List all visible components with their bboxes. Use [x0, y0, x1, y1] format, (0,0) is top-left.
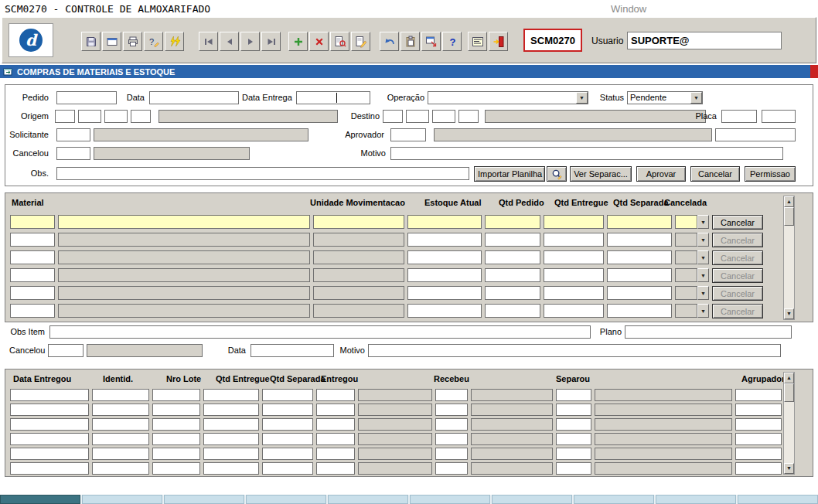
permissao-button[interactable]: Permissao	[745, 166, 796, 182]
help-button[interactable]: ?	[442, 32, 462, 51]
cancelada-select[interactable]: ▼	[675, 233, 709, 247]
estoque-atual-field[interactable]	[407, 233, 482, 247]
qtd-pedido-field[interactable]	[485, 250, 540, 264]
bottom-scrollbar-segment[interactable]	[164, 495, 244, 504]
material-name-field[interactable]	[58, 215, 310, 229]
qtd-entregue-field[interactable]	[203, 462, 259, 475]
importar-lookup-button[interactable]	[547, 166, 567, 182]
cancelada-select[interactable]: ▼	[675, 268, 709, 282]
material-code-field[interactable]	[10, 250, 55, 264]
item-cancel-data-field[interactable]	[251, 344, 334, 357]
row-cancelar-button[interactable]: Cancelar	[712, 304, 763, 318]
bottom-scrollbar-segment[interactable]	[492, 495, 572, 504]
item-cancelou-code-field[interactable]	[48, 344, 84, 357]
qtd-entregue-field[interactable]	[203, 448, 259, 460]
next-record-button[interactable]	[240, 32, 260, 51]
list-values-button[interactable]	[468, 32, 487, 51]
recebeu-code-field[interactable]	[435, 418, 468, 431]
agrupador-field[interactable]	[735, 433, 782, 445]
bottom-scrollbar-segment[interactable]	[328, 495, 408, 504]
bottom-scrollbar-thumb[interactable]	[0, 495, 80, 504]
identid-field[interactable]	[92, 433, 149, 445]
nro-lote-field[interactable]	[152, 433, 200, 445]
qtd-separada-field[interactable]	[262, 404, 313, 416]
separou-code-field[interactable]	[556, 389, 591, 401]
destino-field-2[interactable]	[406, 110, 429, 123]
unidade-movimentacao-field[interactable]	[313, 215, 404, 229]
chevron-down-icon[interactable]: ▼	[697, 286, 709, 300]
exit-button[interactable]	[489, 32, 508, 51]
data-entregou-field[interactable]	[10, 389, 89, 401]
plano-field[interactable]	[625, 325, 792, 339]
qtd-entregue-field[interactable]	[544, 215, 604, 229]
entregou-code-field[interactable]	[316, 433, 355, 445]
cancelar-button[interactable]: Cancelar	[690, 166, 740, 182]
separou-code-field[interactable]	[556, 462, 591, 475]
print-button[interactable]	[123, 32, 142, 51]
material-code-field[interactable]	[10, 215, 55, 229]
data-entregou-field[interactable]	[10, 433, 89, 445]
chevron-down-icon[interactable]: ▼	[697, 250, 709, 264]
qtd-pedido-field[interactable]	[485, 304, 540, 318]
material-code-field[interactable]	[10, 233, 55, 247]
qtd-entregue-field[interactable]	[544, 286, 604, 300]
recebeu-code-field[interactable]	[435, 448, 468, 460]
enter-query-button[interactable]	[330, 32, 349, 51]
separou-code-field[interactable]	[556, 418, 591, 431]
delete-record-button[interactable]	[309, 32, 329, 51]
qtd-separada-field[interactable]	[262, 433, 313, 445]
nro-lote-field[interactable]	[152, 448, 200, 460]
estoque-atual-field[interactable]	[407, 268, 482, 282]
identid-field[interactable]	[92, 462, 149, 475]
delivery-scrollbar[interactable]: ▲ ▼	[783, 372, 795, 475]
insert-record-button[interactable]	[288, 32, 308, 51]
qtd-pedido-field[interactable]	[485, 215, 540, 229]
bottom-scrollbar[interactable]	[0, 495, 818, 504]
qtd-separada-field[interactable]	[607, 286, 672, 300]
qtd-entregue-field[interactable]	[203, 433, 259, 445]
destino-field-4[interactable]	[458, 110, 479, 123]
material-code-field[interactable]	[10, 304, 55, 318]
destino-field-3[interactable]	[432, 110, 455, 123]
recebeu-code-field[interactable]	[435, 404, 468, 416]
separou-code-field[interactable]	[556, 448, 591, 460]
qtd-separada-field[interactable]	[607, 233, 672, 247]
paste-button[interactable]	[400, 32, 420, 51]
origem-field-1[interactable]	[55, 110, 75, 123]
qtd-entregue-field[interactable]	[203, 404, 259, 416]
execute-query-button[interactable]	[351, 32, 370, 51]
qtd-separada-field[interactable]	[262, 462, 313, 475]
qtd-entregue-field[interactable]	[544, 233, 604, 247]
window-button[interactable]	[102, 32, 121, 51]
aprovador-code-field[interactable]	[390, 128, 426, 141]
destino-field-1[interactable]	[383, 110, 403, 123]
cancelada-select[interactable]: ▼	[675, 215, 709, 229]
ver-separacao-button[interactable]: Ver Separac...	[570, 166, 632, 182]
separou-code-field[interactable]	[556, 433, 591, 445]
execute-button[interactable]	[165, 32, 184, 51]
qtd-separada-field[interactable]	[262, 389, 313, 401]
operacao-select[interactable]: ▼	[428, 91, 588, 104]
chevron-down-icon[interactable]: ▼	[697, 268, 709, 282]
origem-field-2[interactable]	[78, 110, 101, 123]
agrupador-field[interactable]	[735, 389, 782, 401]
qtd-separada-field[interactable]	[607, 215, 672, 229]
chevron-down-icon[interactable]: ▼	[697, 233, 709, 247]
qtd-pedido-field[interactable]	[485, 286, 540, 300]
chevron-down-icon[interactable]: ▼	[576, 92, 588, 104]
placa-field-2[interactable]	[762, 110, 796, 123]
origem-field-4[interactable]	[131, 110, 151, 123]
bottom-scrollbar-segment[interactable]	[656, 495, 736, 504]
agrupador-field[interactable]	[735, 404, 782, 416]
estoque-atual-field[interactable]	[407, 215, 482, 229]
scroll-up-icon[interactable]: ▲	[784, 196, 794, 207]
agrupador-field[interactable]	[735, 448, 782, 460]
bottom-scrollbar-segment[interactable]	[574, 495, 654, 504]
qtd-entregue-field[interactable]	[544, 304, 604, 318]
last-record-button[interactable]	[261, 32, 281, 51]
recebeu-code-field[interactable]	[435, 433, 468, 445]
agrupador-field[interactable]	[735, 462, 782, 475]
aprovar-button[interactable]: Aprovar	[636, 166, 686, 182]
row-cancelar-button[interactable]: Cancelar	[712, 233, 763, 247]
bottom-scrollbar-segment[interactable]	[738, 495, 818, 504]
